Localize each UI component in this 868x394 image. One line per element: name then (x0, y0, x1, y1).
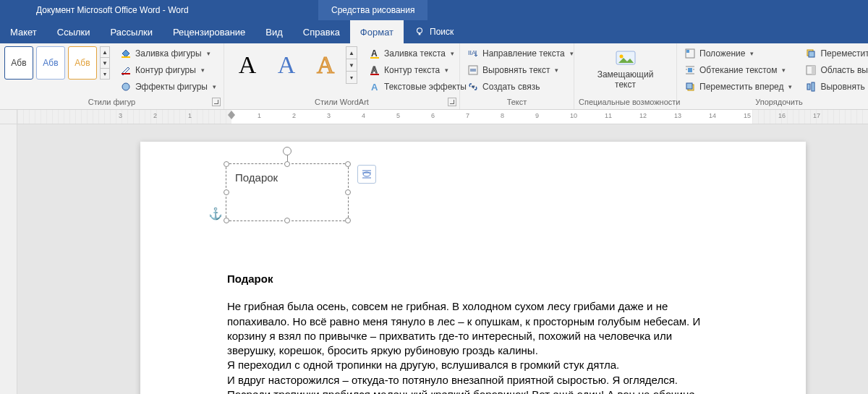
textbox-text[interactable]: Подарок (226, 164, 348, 191)
wordart-style-2[interactable]: А (268, 46, 305, 84)
shape-fill-button[interactable]: Заливка фигуры▾ (117, 46, 219, 61)
svg-rect-26 (809, 51, 814, 57)
svg-text:A: A (371, 65, 378, 75)
rotate-handle[interactable] (283, 147, 292, 155)
position-button[interactable]: Положение▾ (681, 46, 795, 61)
doc-paragraph-3[interactable]: И вдруг насторожился – откуда-то потянул… (227, 373, 719, 395)
title-bar: Документ Microsoft Office Word - Word (0, 0, 868, 20)
doc-paragraph-2[interactable]: Я переходил с одной тропинки на другую, … (227, 358, 719, 372)
tab-help[interactable]: Справка (293, 20, 350, 43)
selection-pane-button[interactable]: Область выд (802, 63, 868, 77)
resize-handle-tr[interactable] (345, 161, 351, 167)
window-title: Документ Microsoft Office Word - Word (36, 5, 189, 15)
search-button[interactable]: Поиск (404, 20, 464, 43)
tab-view[interactable]: Вид (255, 20, 293, 43)
tab-layout[interactable]: Макет (0, 20, 47, 43)
wordart-gallery-expand[interactable]: ▲▼▾ (346, 46, 357, 84)
ruler-tick: 3 (327, 112, 331, 119)
wrap-text-button[interactable]: Обтекание текстом▾ (681, 63, 795, 77)
alt-text-icon (614, 49, 637, 67)
shape-style-3[interactable]: Абв (68, 46, 97, 80)
ruler-tick: 16 (778, 112, 786, 119)
svg-text:A: A (371, 82, 378, 93)
contextual-tab: Средства рисования (318, 0, 427, 20)
layout-options-button[interactable] (357, 165, 376, 184)
tab-mailings[interactable]: Рассылки (101, 20, 163, 43)
document-body[interactable]: Подарок Не грибная была осень, совсем не… (227, 272, 719, 394)
text-direction-button[interactable]: IIA Направление текста▾ (464, 46, 576, 61)
document-page[interactable]: ⚓ Подарок Подарок Не грибная была осень,… (140, 142, 806, 394)
ruler-tick: 13 (674, 112, 681, 119)
ruler-tick: 7 (466, 112, 469, 119)
ruler-tick: 9 (535, 112, 539, 119)
align-objects-icon (805, 81, 817, 93)
selection-pane-icon (805, 64, 817, 76)
resize-handle-ml[interactable] (224, 189, 229, 195)
create-link-button[interactable]: Создать связь (464, 80, 576, 94)
align-text-icon (467, 64, 479, 76)
svg-point-15 (619, 55, 623, 59)
bring-forward-button[interactable]: Переместить вперед▾ (681, 80, 795, 94)
text-fill-icon: A (369, 48, 380, 59)
align-button[interactable]: Выровнять▾ (802, 80, 868, 94)
ruler-corner (0, 110, 17, 124)
svg-rect-8 (370, 74, 379, 75)
ruler-tick: 1 (188, 112, 192, 119)
wordart-style-3[interactable]: А (307, 46, 344, 84)
text-box[interactable]: Подарок (226, 163, 349, 221)
resize-handle-br[interactable] (345, 218, 351, 223)
shape-effects-button[interactable]: Эффекты фигуры▾ (117, 80, 219, 94)
ruler-tick: 17 (813, 112, 820, 119)
text-outline-icon: A (369, 64, 380, 76)
bring-forward-icon (684, 81, 696, 93)
text-direction-icon: IIA (467, 48, 479, 59)
align-text-button[interactable]: Выровнять текст▾ (464, 63, 576, 77)
svg-rect-30 (812, 82, 814, 91)
svg-rect-28 (812, 66, 815, 74)
group-arrange: Положение▾ Обтекание текстом▾ Переместит… (677, 43, 868, 109)
search-label: Поиск (430, 27, 454, 37)
group-shape-styles: Абв Абв Абв ▲▼▾ Заливка фигуры▾ Контур ф… (0, 43, 224, 109)
alt-text-button[interactable]: Замещающий текст (595, 46, 657, 93)
doc-heading[interactable]: Подарок (227, 272, 719, 286)
resize-handle-bm[interactable] (284, 218, 290, 223)
svg-text:A: A (371, 48, 378, 59)
anchor-icon: ⚓ (208, 207, 223, 220)
position-icon (684, 48, 696, 59)
move-button[interactable]: Переместить (802, 46, 868, 61)
ruler-tick: 6 (431, 112, 435, 119)
tab-format[interactable]: Формат (350, 20, 404, 43)
horizontal-ruler[interactable]: 3211234567891011121314151617 (0, 110, 868, 124)
resize-handle-tl[interactable] (224, 161, 229, 167)
wordart-dialog-launcher[interactable] (448, 98, 456, 106)
group-label-shape-styles: Стили фигур (4, 96, 219, 108)
link-icon (467, 81, 479, 93)
ruler-tick: 1 (258, 112, 261, 119)
shape-style-1[interactable]: Абв (4, 46, 33, 80)
shape-styles-dialog-launcher[interactable] (212, 98, 221, 106)
svg-point-0 (417, 28, 422, 33)
ruler-tick: 2 (292, 112, 296, 119)
ruler-tick: 8 (501, 112, 504, 119)
resize-handle-tm[interactable] (284, 161, 290, 167)
left-indent-marker[interactable] (228, 111, 235, 121)
shape-style-gallery-expand[interactable]: ▲▼▾ (100, 46, 110, 80)
svg-point-4 (122, 83, 129, 90)
wordart-style-1[interactable]: А (229, 46, 266, 84)
tab-references[interactable]: Ссылки (47, 20, 101, 43)
paint-bucket-icon (120, 48, 132, 59)
ribbon: Абв Абв Абв ▲▼▾ Заливка фигуры▾ Контур ф… (0, 43, 868, 110)
vertical-ruler[interactable] (0, 124, 17, 394)
resize-handle-mr[interactable] (345, 189, 351, 195)
svg-rect-29 (807, 84, 810, 90)
page-area[interactable]: ⚓ Подарок Подарок Не грибная была осень,… (17, 124, 868, 394)
shape-style-2[interactable]: Абв (36, 46, 65, 80)
resize-handle-bl[interactable] (224, 218, 229, 223)
doc-paragraph-1[interactable]: Не грибная была осень, совсем не грибная… (227, 299, 719, 358)
group-label-wordart: Стили WordArt (229, 96, 455, 108)
ruler-tick: 14 (709, 112, 716, 119)
svg-rect-3 (122, 73, 130, 74)
tab-review[interactable]: Рецензирование (163, 20, 255, 43)
shape-outline-button[interactable]: Контур фигуры▾ (117, 63, 219, 77)
group-label-text: Текст (464, 96, 569, 108)
